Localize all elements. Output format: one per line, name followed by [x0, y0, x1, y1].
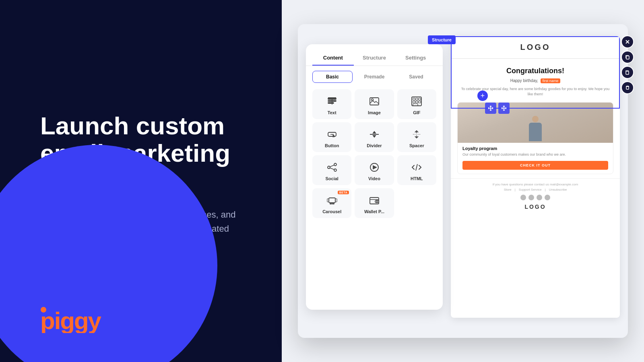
footer-logo: LOGO: [457, 204, 613, 210]
tab-settings[interactable]: Settings: [395, 51, 436, 66]
wallet-label: Wallet P...: [364, 209, 384, 214]
spacer-icon: [411, 129, 422, 140]
text-label: Text: [328, 110, 336, 115]
email-congratulations-section: Congratulations! Happy birthday, first n…: [451, 59, 620, 102]
content-item-carousel[interactable]: BETA Carousel: [312, 188, 351, 218]
svg-rect-37: [335, 199, 337, 202]
move-handle-2[interactable]: [498, 103, 510, 114]
piggy-logo: piggy: [40, 305, 113, 338]
content-item-text[interactable]: Text: [312, 89, 351, 119]
subtab-basic[interactable]: Basic: [312, 71, 353, 83]
social-icon: [326, 162, 338, 173]
close-button[interactable]: [621, 35, 634, 48]
right-panel: Structure: [282, 0, 644, 362]
svg-rect-15: [413, 98, 415, 100]
left-panel: Launch custom email marketing campaigns.…: [0, 0, 290, 362]
image-icon: [369, 96, 380, 107]
content-item-gif[interactable]: GIF: [397, 89, 436, 119]
email-congrats-title: Congratulations!: [460, 67, 610, 75]
subtab-saved[interactable]: Saved: [396, 71, 436, 83]
svg-point-30: [334, 169, 336, 171]
video-label: Video: [368, 176, 380, 181]
product-info: Loyalty program Our community of loyal c…: [458, 143, 613, 159]
svg-rect-20: [419, 101, 421, 103]
svg-point-39: [332, 204, 332, 204]
social-icon-4: [545, 195, 550, 200]
content-item-social[interactable]: Social: [312, 155, 351, 185]
text-icon: [326, 96, 338, 107]
svg-point-38: [330, 204, 331, 204]
email-logo-bar: LOGO: [451, 36, 620, 59]
carousel-label: Carousel: [322, 209, 341, 214]
content-grid: Text Image: [306, 86, 443, 221]
svg-rect-19: [416, 101, 418, 103]
divider-icon: [369, 129, 380, 140]
product-image: [458, 103, 613, 143]
social-icon-3: [537, 195, 542, 200]
carousel-icon: [326, 195, 338, 206]
svg-rect-5: [626, 71, 629, 74]
product-card: Loyalty program Our community of loyal c…: [457, 102, 613, 175]
button-icon: [326, 129, 338, 140]
svg-rect-6: [626, 86, 629, 89]
structure-button[interactable]: Structure: [428, 35, 456, 44]
svg-rect-9: [328, 103, 334, 103]
gif-label: GIF: [413, 110, 420, 115]
spacer-label: Spacer: [409, 143, 424, 148]
svg-point-1: [41, 307, 46, 313]
svg-rect-17: [419, 98, 421, 100]
copy-button-1[interactable]: [621, 51, 634, 64]
email-canvas: LOGO Congratulations! Happy birthday, fi…: [451, 36, 620, 318]
svg-rect-4: [626, 56, 629, 59]
email-footer: If you have questions please contact us …: [451, 178, 620, 214]
social-icon-1: [520, 195, 526, 200]
svg-rect-35: [329, 198, 335, 203]
tab-structure[interactable]: Structure: [354, 51, 395, 66]
wallet-icon: [369, 195, 380, 206]
content-item-wallet[interactable]: Wallet P...: [355, 188, 394, 218]
svg-point-29: [328, 166, 330, 169]
tab-content[interactable]: Content: [312, 51, 354, 66]
svg-rect-12: [370, 98, 379, 105]
product-desc: Our community of loyal customers makes o…: [462, 152, 608, 157]
image-label: Image: [368, 110, 381, 115]
svg-line-34: [416, 164, 417, 171]
content-item-button[interactable]: Button: [312, 122, 351, 152]
content-item-video[interactable]: Video: [355, 155, 394, 185]
first-name-highlight: first name: [541, 78, 561, 83]
sub-tabs: Basic Premade Saved: [306, 66, 443, 86]
editor-controls: [621, 35, 634, 94]
delete-button[interactable]: [621, 81, 634, 94]
footer-text: If you have questions please contact us …: [457, 183, 613, 186]
social-icon-2: [528, 195, 534, 200]
panel-tabs: Content Structure Settings: [306, 44, 443, 66]
email-logo-text: LOGO: [520, 43, 551, 52]
svg-text:piggy: piggy: [40, 307, 102, 333]
svg-line-32: [330, 168, 334, 170]
gif-icon: [411, 96, 422, 107]
copy-button-2[interactable]: [621, 66, 634, 79]
editor-window: Structure: [298, 24, 628, 338]
social-icons-row: [457, 195, 613, 200]
cta-button[interactable]: CHECK IT OUT: [462, 161, 608, 170]
content-panel: Content Structure Settings Basic Premade…: [306, 44, 443, 310]
footer-links: Store | Support Service | Unsubscribe: [457, 188, 613, 191]
beta-badge: BETA: [338, 191, 349, 194]
svg-line-31: [330, 165, 334, 167]
content-item-image[interactable]: Image: [355, 89, 394, 119]
move-handle-1[interactable]: [485, 103, 496, 114]
subtab-premade[interactable]: Premade: [354, 71, 394, 83]
content-item-divider[interactable]: Divider: [355, 122, 394, 152]
content-item-html[interactable]: HTML: [397, 155, 436, 185]
svg-point-28: [334, 163, 336, 166]
product-title: Loyalty program: [462, 146, 608, 151]
html-icon: [411, 162, 422, 173]
social-label: Social: [325, 176, 338, 181]
svg-rect-18: [413, 101, 415, 103]
video-icon: [369, 162, 380, 173]
add-section-button[interactable]: +: [477, 90, 488, 101]
svg-rect-16: [416, 98, 418, 100]
divider-label: Divider: [367, 143, 382, 148]
svg-point-40: [333, 204, 334, 204]
content-item-spacer[interactable]: Spacer: [397, 122, 436, 152]
